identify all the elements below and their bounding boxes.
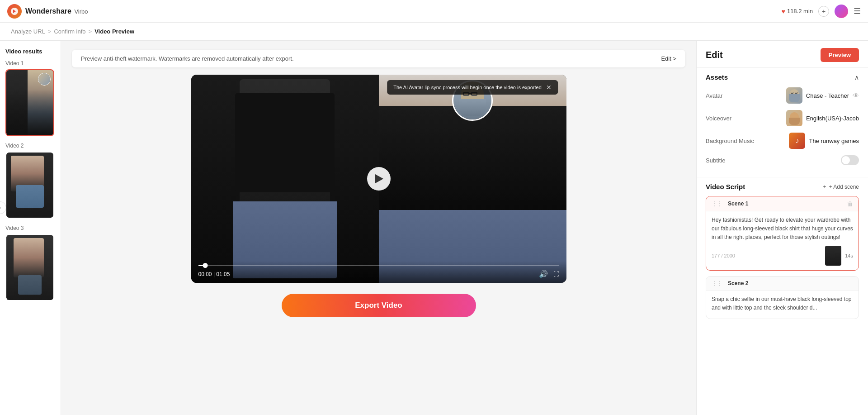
watermark-message: Preview anti-theft watermark. Watermarks… — [81, 55, 294, 62]
background-music-value-row: ♪ The runway games — [789, 133, 859, 149]
assets-section: Assets ∧ Avatar — [697, 68, 868, 177]
breadcrumb-analyze-url[interactable]: Analyze URL — [11, 28, 45, 35]
breadcrumb-video-preview: Video Preview — [94, 28, 134, 35]
avatar-name: Chase - Teacher — [806, 92, 849, 99]
tooltip-text: The AI Avatar lip-sync process will begi… — [393, 85, 542, 90]
avatar-label: Avatar — [706, 92, 755, 99]
menu-icon[interactable]: ☰ — [854, 6, 861, 16]
scene-1-body: Hey fashionistas! Get ready to elevate y… — [706, 211, 859, 270]
breadcrumb: Analyze URL > Confirm info > Video Previ… — [0, 23, 868, 41]
progress-dot — [203, 263, 208, 268]
minutes-value: 118.2 min — [787, 8, 813, 14]
scene-2-header: ⋮⋮ Scene 2 — [706, 277, 859, 291]
scene-1-handle-icon: ⋮⋮ — [712, 200, 722, 207]
avatar-value-row: Chase - Teacher 👁 — [786, 87, 859, 104]
heart-icon: ♥ — [782, 8, 785, 15]
subtitle-value-row — [841, 155, 859, 165]
script-header: Video Script + + Add scene — [706, 183, 859, 191]
time-current: 00:00 — [198, 271, 212, 277]
breadcrumb-sep-1: > — [48, 28, 52, 35]
subtitle-toggle[interactable] — [841, 155, 859, 165]
scene-1-card[interactable]: ⋮⋮ Scene 1 🗑 Hey fashionistas! Get ready… — [706, 196, 859, 271]
brand-wondershare: Wondershare — [25, 7, 71, 15]
right-panel-header: Edit Preview — [697, 41, 868, 68]
center-content: Preview anti-theft watermark. Watermarks… — [61, 41, 696, 415]
time-total: 01:05 — [216, 271, 230, 277]
scene-1-image-thumb[interactable] — [825, 246, 841, 266]
video-thumb-3[interactable] — [5, 234, 54, 301]
export-video-button[interactable]: Export Video — [282, 294, 476, 317]
sidebar-title: Video results — [5, 48, 55, 55]
scene-2-label: Scene 2 — [728, 280, 748, 286]
scene-1-meta: 177 / 2000 14s — [712, 246, 853, 266]
scene-2-card[interactable]: ⋮⋮ Scene 2 Snap a chic selfie in our mus… — [706, 276, 859, 319]
avatar-visibility-icon[interactable]: 👁 — [853, 92, 859, 99]
breadcrumb-confirm-info[interactable]: Confirm info — [54, 28, 85, 35]
scene-1-text: Hey fashionistas! Get ready to elevate y… — [712, 216, 853, 242]
left-sidebar: Video results Video 1 Video 2 — [0, 41, 61, 415]
breadcrumb-sep-2: > — [89, 28, 92, 35]
scene-1-label: Scene 1 — [728, 200, 748, 207]
edit-link[interactable]: Edit > — [661, 55, 676, 62]
background-music-label: Background Music — [706, 138, 755, 144]
tooltip-close-button[interactable]: ✕ — [546, 84, 552, 91]
assets-section-header: Assets ∧ — [706, 73, 859, 81]
voiceover-value-row: English(USA)-Jacob — [786, 110, 859, 126]
scene-2-body: Snap a chic selfie in our must-have blac… — [706, 291, 859, 319]
video-container: Virbo Virbo Virbo Virbo Virbo Virbo Virb… — [191, 75, 566, 283]
video-2-label: Video 2 — [5, 143, 55, 149]
scene-2-handle-icon: ⋮⋮ — [712, 280, 722, 286]
video-thumb-2[interactable] — [5, 152, 54, 219]
background-music-thumbnail[interactable]: ♪ — [789, 133, 805, 149]
voiceover-label: Voiceover — [706, 115, 755, 122]
voiceover-asset-row: Voiceover English(USA)-Jacob — [706, 110, 859, 126]
minutes-badge: ♥ 118.2 min — [782, 8, 813, 15]
video-1-label: Video 1 — [5, 60, 55, 67]
video-thumb-1[interactable] — [5, 69, 54, 136]
logo-text-block: Wondershare Virbo — [25, 7, 88, 15]
video-left-panel — [191, 75, 379, 283]
user-avatar[interactable] — [835, 5, 848, 18]
video-area: Virbo Virbo Virbo Virbo Virbo Virbo Virb… — [191, 75, 566, 283]
subtitle-label: Subtitle — [706, 157, 755, 164]
fullscreen-icon[interactable]: ⛶ — [553, 271, 559, 277]
assets-collapse-button[interactable]: ∧ — [854, 74, 859, 81]
main-layout: Video results Video 1 Video 2 — [0, 41, 868, 415]
topbar: Wondershare Virbo ♥ 118.2 min + ☰ — [0, 0, 868, 23]
scene-2-text: Snap a chic selfie in our must-have blac… — [712, 295, 853, 312]
script-section: Video Script + + Add scene ⋮⋮ Scene 1 🗑 … — [697, 177, 868, 415]
add-scene-label: + Add scene — [829, 184, 859, 190]
brand-virbo: Virbo — [74, 8, 88, 15]
video-right-panel: The AI Avatar lip-sync process will begi… — [379, 75, 566, 283]
play-button[interactable] — [367, 167, 391, 191]
add-button[interactable]: + — [818, 6, 829, 17]
controls-right: 🔊 ⛶ — [539, 270, 559, 278]
add-scene-icon: + — [823, 184, 826, 190]
preview-button[interactable]: Preview — [821, 48, 859, 62]
topbar-right: ♥ 118.2 min + ☰ — [782, 5, 861, 18]
avatar-overlay-1 — [38, 73, 51, 86]
voiceover-name: English(USA)-Jacob — [806, 115, 859, 122]
brand-name: Wondershare Virbo — [25, 7, 88, 15]
volume-icon[interactable]: 🔊 — [539, 270, 548, 278]
scene-1-char-count: 177 / 2000 — [712, 253, 735, 258]
scene-1-duration: 14s — [845, 253, 853, 258]
avatar-thumbnail[interactable] — [786, 87, 802, 104]
time-display: 00:00 | 01:05 — [198, 271, 230, 277]
subtitle-asset-row: Subtitle — [706, 155, 859, 165]
toggle-knob — [842, 156, 850, 164]
watermark-bar: Preview anti-theft watermark. Watermarks… — [72, 50, 685, 67]
scene-1-delete-button[interactable]: 🗑 — [847, 200, 853, 207]
scene-1-duration-row: 14s — [825, 246, 853, 266]
right-panel: Edit Preview Assets ∧ Avatar — [696, 41, 868, 415]
right-panel-title: Edit — [706, 50, 723, 60]
video-controls: 00:00 | 01:05 🔊 ⛶ — [191, 261, 566, 283]
voiceover-thumbnail[interactable] — [786, 110, 802, 126]
progress-bar[interactable] — [198, 265, 559, 266]
scene-2-title-group: ⋮⋮ Scene 2 — [712, 280, 748, 286]
tooltip-bar: The AI Avatar lip-sync process will begi… — [387, 80, 558, 95]
background-music-name: The runway games — [809, 138, 859, 144]
avatar-asset-row: Avatar Chase - Teacher 👁 — [706, 87, 859, 104]
add-scene-button[interactable]: + + Add scene — [823, 184, 859, 190]
play-icon — [375, 174, 383, 183]
